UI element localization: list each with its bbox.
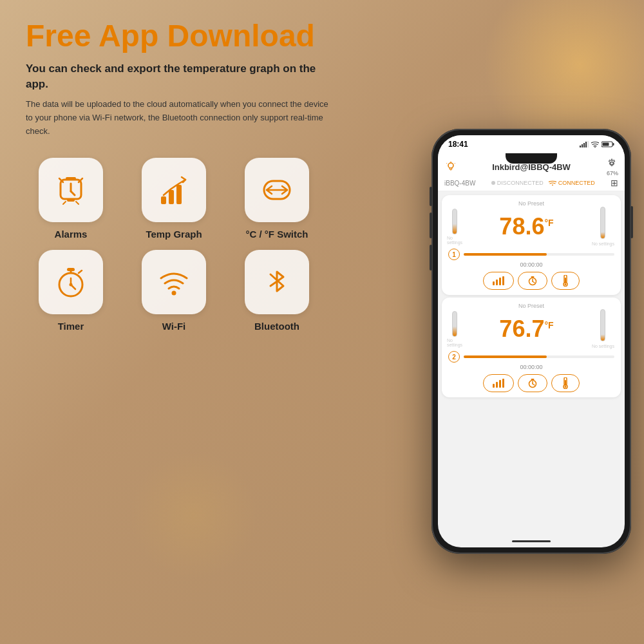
alarms-icon-box (39, 158, 103, 222)
probe2-content: No settings 76.7°F No settings (448, 309, 614, 348)
probe1-right-col: No settings (592, 207, 614, 246)
volume-down-button (430, 245, 432, 270)
svg-point-59 (565, 386, 567, 388)
probe2-temperature: 76.7°F (465, 317, 588, 341)
probe1-number: 1 (448, 249, 460, 260)
feature-temp-graph: Temp Graph (129, 158, 219, 240)
svg-rect-42 (531, 276, 535, 278)
disconnected-label: DISCONNECTED (497, 180, 544, 186)
chart-icon (157, 173, 191, 207)
probe1-no-settings-left: No settings (447, 236, 462, 245)
switch-icon (260, 173, 294, 207)
svg-line-20 (79, 270, 82, 273)
svg-rect-60 (565, 380, 566, 385)
wifi-icon (157, 265, 191, 299)
wifi-label: Wi-Fi (162, 321, 186, 332)
svg-line-3 (71, 191, 75, 195)
svg-rect-29 (613, 143, 614, 146)
battery-percent: 67% (607, 170, 618, 176)
probe2-right-col: No settings (592, 309, 614, 348)
probe2-chart-btn[interactable] (483, 374, 514, 392)
svg-rect-6 (67, 199, 75, 202)
svg-rect-39 (499, 278, 501, 285)
probe2-thermo-btn[interactable] (551, 374, 580, 392)
svg-rect-10 (169, 190, 174, 204)
probe-card-2: No Preset No settings 76.7°F No settings (442, 298, 621, 397)
probe1-actions (448, 272, 614, 290)
svg-rect-24 (583, 143, 585, 147)
feature-temp-switch: °C / °F Switch (232, 158, 322, 240)
page-subtitle: You can check and export the temperature… (26, 61, 335, 92)
svg-rect-54 (531, 379, 535, 380)
timer-icon (54, 265, 88, 299)
feature-timer: Timer (26, 250, 116, 332)
bluetooth-label: Bluetooth (254, 321, 299, 332)
probe2-thermometer-right (600, 309, 605, 341)
phone-mockup: 18:41 (431, 129, 631, 554)
page-title: Free App Download (26, 19, 335, 53)
phone-screen: 18:41 (438, 135, 625, 547)
probe1-thermometer-left (452, 209, 457, 234)
wifi-icon-box (142, 250, 206, 314)
probe1-thermo-btn[interactable] (551, 272, 580, 290)
volume-up-button (430, 213, 432, 238)
svg-rect-50 (496, 382, 498, 388)
svg-rect-30 (603, 143, 609, 146)
svg-rect-40 (502, 276, 504, 285)
bluetooth-icon-box (245, 250, 309, 314)
probe1-chart-btn[interactable] (483, 272, 514, 290)
probe2-thermometer-left (452, 311, 457, 337)
timer-label: Timer (58, 321, 84, 332)
signal-icon (580, 141, 589, 147)
battery-icon (601, 141, 614, 147)
probe1-preset: No Preset (448, 200, 614, 207)
probe1-bottom: 1 (448, 249, 614, 260)
svg-rect-11 (176, 185, 182, 204)
disconnected-dot (491, 181, 495, 185)
probe1-progress-bar (464, 253, 614, 256)
probe-card-1: No Preset No settings 78.6°F No settings (442, 195, 621, 295)
status-icons (580, 141, 614, 147)
probe1-timer-btn[interactable] (518, 272, 547, 290)
svg-point-36 (552, 185, 553, 186)
probe2-timer-btn[interactable] (518, 374, 547, 392)
main-content: Free App Download You can check and expo… (0, 0, 361, 351)
probe1-content: No settings 78.6°F No settings (448, 207, 614, 246)
probe2-no-settings-right: No settings (592, 344, 614, 348)
probe1-progress-fill (464, 253, 547, 256)
alarms-label: Alarms (55, 229, 88, 240)
svg-rect-52 (502, 379, 504, 388)
connected-badge: CONNECTED (549, 180, 595, 186)
probe1-no-settings-right: No settings (592, 242, 614, 246)
settings-icon[interactable] (605, 157, 618, 170)
svg-rect-38 (496, 279, 498, 285)
probe2-number: 2 (448, 351, 460, 363)
temp-graph-label: Temp Graph (146, 229, 202, 240)
bulb-icon[interactable] (444, 160, 457, 173)
svg-rect-26 (587, 141, 589, 147)
svg-rect-22 (580, 146, 581, 147)
home-bar (512, 540, 551, 542)
connection-status-row: DISCONNECTED CONNECTED (491, 180, 595, 186)
svg-rect-51 (499, 380, 501, 388)
probe1-left-icon: No settings (448, 209, 461, 245)
probe2-preset: No Preset (448, 303, 614, 309)
phone-notch (506, 153, 557, 164)
status-time: 18:41 (448, 140, 468, 149)
svg-rect-48 (565, 278, 566, 283)
svg-line-56 (533, 384, 535, 385)
probe2-left-icon: No settings (448, 311, 461, 347)
svg-point-27 (594, 147, 596, 148)
svg-point-47 (565, 283, 567, 285)
disconnected-badge: DISCONNECTED (491, 180, 544, 186)
timer-icon-box (39, 250, 103, 314)
alarm-icon (54, 173, 88, 207)
svg-rect-23 (582, 144, 583, 147)
grid-view-icon[interactable]: ⊞ (611, 178, 618, 188)
feature-wifi: Wi-Fi (129, 250, 219, 332)
header-subrow: iBBQ-4BW DISCONNECTED CONN (444, 178, 618, 188)
svg-line-7 (63, 202, 66, 204)
features-grid: Alarms Temp Graph (26, 158, 335, 332)
probe2-progress-fill (464, 355, 547, 358)
svg-line-8 (76, 202, 79, 204)
